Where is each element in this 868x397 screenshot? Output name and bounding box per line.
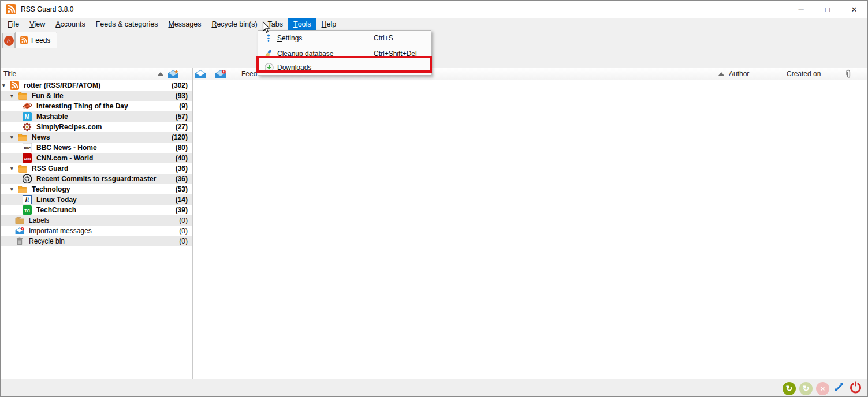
stop-x-icon: × bbox=[816, 382, 829, 395]
feed-title-column-header[interactable]: Title bbox=[3, 68, 16, 80]
feed-row[interactable]: ▾Fun & life(93) bbox=[1, 91, 192, 101]
menubar: FileViewAccountsFeeds & categoriesMessag… bbox=[1, 18, 867, 31]
menu-file[interactable]: File bbox=[2, 18, 24, 31]
menu-item-shortcut: Ctrl+S bbox=[374, 34, 393, 42]
labels-icon bbox=[15, 216, 24, 225]
menu-help[interactable]: Help bbox=[316, 18, 342, 31]
refresh-icon: ↻ bbox=[783, 382, 796, 395]
created-on-column-header[interactable]: Created on bbox=[787, 68, 821, 80]
refresh-icon: ↻ bbox=[799, 382, 813, 395]
app-window: RSS Guard 3.8.0 ─ □ ✕ FileViewAccountsFe… bbox=[0, 0, 868, 397]
menu-recycle-bin-s-[interactable]: Recycle bin(s) bbox=[206, 18, 262, 31]
feed-count: (39) bbox=[176, 206, 188, 214]
feed-label: Interesting Thing of the Day bbox=[36, 102, 128, 110]
planet-icon bbox=[23, 102, 32, 111]
expand-arrow-icon[interactable]: ▾ bbox=[2, 83, 10, 88]
expand-arrows-icon bbox=[833, 385, 845, 395]
rss-guard-logo-icon bbox=[6, 4, 16, 14]
feed-row[interactable]: Interesting Thing of the Day(9) bbox=[1, 101, 192, 111]
feed-row[interactable]: CNNCNN.com - World(40) bbox=[1, 153, 192, 163]
author-column-header[interactable]: Author bbox=[729, 68, 749, 80]
sort-ascending-icon[interactable] bbox=[718, 68, 724, 80]
menu-accounts[interactable]: Accounts bbox=[50, 18, 90, 31]
feed-label: Labels bbox=[29, 216, 49, 224]
expand-arrow-icon[interactable]: ▾ bbox=[10, 93, 18, 99]
feed-count: (57) bbox=[176, 113, 188, 121]
feed-count: (36) bbox=[176, 164, 188, 173]
menu-messages[interactable]: Messages bbox=[163, 18, 206, 31]
feed-row[interactable]: Labels(0) bbox=[1, 215, 192, 226]
feed-row[interactable]: Recent Commits to rssguard:master(36) bbox=[1, 174, 192, 184]
feed-count: (302) bbox=[172, 81, 188, 89]
feed-label: Linux Today bbox=[36, 196, 77, 204]
feed-list-header: Title bbox=[1, 68, 192, 80]
feed-label: Fun & life bbox=[32, 92, 64, 100]
feed-row[interactable]: BBCBBC News - Home(80) bbox=[1, 143, 192, 153]
feed-column-header[interactable]: Feed bbox=[241, 68, 257, 80]
feed-count: (9) bbox=[179, 102, 188, 110]
feed-count: (0) bbox=[179, 216, 188, 224]
feed-label: Recycle bin bbox=[29, 237, 65, 245]
feed-label: Technology bbox=[32, 185, 70, 193]
feed-row[interactable]: TCTechCrunch(39) bbox=[1, 205, 192, 215]
tab-feeds[interactable]: Feeds bbox=[15, 32, 57, 48]
stop-update-status-button[interactable]: × bbox=[816, 382, 829, 395]
home-tab[interactable]: ⌂ bbox=[2, 33, 15, 48]
feed-row[interactable]: ▾Technology(53) bbox=[1, 184, 192, 194]
feed-count: (0) bbox=[179, 237, 188, 245]
read-status-column-header[interactable] bbox=[195, 70, 206, 78]
toolbar: ↻ × bbox=[1, 48, 867, 68]
svg-text:TC: TC bbox=[24, 208, 31, 214]
techcrunch-icon: TC bbox=[23, 205, 32, 215]
feed-count: (80) bbox=[176, 144, 188, 152]
feed-label: Mashable bbox=[36, 113, 68, 121]
expand-arrow-icon[interactable]: ▾ bbox=[10, 135, 18, 140]
menu-item-settings[interactable]: SettingsCtrl+S bbox=[258, 31, 431, 45]
feed-row[interactable]: ▾RSS Guard(36) bbox=[1, 163, 192, 174]
counts-column-header[interactable] bbox=[167, 70, 179, 78]
message-list-area[interactable] bbox=[193, 80, 868, 379]
feed-row[interactable]: SimplyRecipes.com(27) bbox=[1, 122, 192, 132]
feed-row[interactable]: Recycle bin(0) bbox=[1, 236, 192, 246]
maximize-button[interactable]: □ bbox=[814, 1, 841, 18]
menu-separator bbox=[258, 46, 431, 46]
feed-row[interactable]: ltLinux Today(14) bbox=[1, 194, 192, 205]
feed-row[interactable]: MMashable(57) bbox=[1, 111, 192, 122]
feed-label: TechCrunch bbox=[36, 206, 76, 214]
feed-count: (0) bbox=[179, 227, 188, 235]
statusbar: ↻ ↻ × bbox=[1, 379, 867, 397]
tab-feeds-label: Feeds bbox=[31, 36, 50, 44]
menu-feeds-categories[interactable]: Feeds & categories bbox=[91, 18, 163, 31]
feed-count: (120) bbox=[172, 133, 188, 141]
close-button[interactable]: ✕ bbox=[841, 1, 867, 18]
mouse-cursor bbox=[262, 21, 271, 34]
power-icon bbox=[849, 386, 862, 396]
expand-arrow-icon[interactable]: ▾ bbox=[10, 187, 18, 192]
minimize-icon: ─ bbox=[798, 5, 803, 14]
menu-tools[interactable]: Tools bbox=[288, 18, 316, 31]
window-title: RSS Guard 3.8.0 bbox=[21, 5, 73, 13]
feed-row[interactable]: ▾rotter (RSS/RDF/ATOM)(302) bbox=[1, 80, 192, 91]
importance-column-header[interactable] bbox=[215, 70, 226, 78]
expand-arrow-icon[interactable]: ▾ bbox=[10, 166, 18, 171]
sort-ascending-icon[interactable] bbox=[158, 68, 163, 80]
menu-view[interactable]: View bbox=[24, 18, 50, 31]
attachment-column-header[interactable] bbox=[844, 69, 852, 81]
feed-label: rotter (RSS/RDF/ATOM) bbox=[24, 81, 100, 89]
feed-label: CNN.com - World bbox=[36, 154, 93, 162]
feed-label: Important messages bbox=[29, 227, 92, 235]
update-selected-feeds-status-button[interactable]: ↻ bbox=[799, 382, 813, 395]
feed-label: SimplyRecipes.com bbox=[36, 123, 102, 131]
home-icon: ⌂ bbox=[4, 36, 14, 46]
menu-item-label: Settings bbox=[277, 34, 302, 42]
update-all-feeds-status-button[interactable]: ↻ bbox=[783, 382, 796, 395]
rss-tab-icon bbox=[20, 36, 28, 44]
feed-row[interactable]: Important messages(0) bbox=[1, 226, 192, 236]
minimize-button[interactable]: ─ bbox=[788, 1, 814, 18]
fullscreen-button[interactable] bbox=[833, 381, 845, 396]
feed-count: (14) bbox=[176, 196, 188, 204]
quit-button[interactable] bbox=[849, 381, 862, 396]
feed-label: BBC News - Home bbox=[36, 144, 97, 152]
feed-count: (93) bbox=[176, 92, 188, 100]
feed-row[interactable]: ▾News(120) bbox=[1, 132, 192, 143]
